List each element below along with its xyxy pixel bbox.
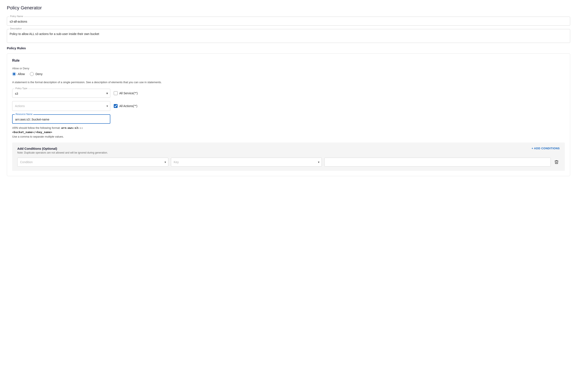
policy-name-field: Policy Name [7, 17, 570, 26]
conditions-box: Add Conditions (Optional) Note: Duplicat… [12, 142, 565, 171]
arn-hint-line2: Use a comma to separate multiple values. [12, 135, 64, 138]
condition-select-wrapper: Condition ▾ [17, 158, 168, 166]
trash-icon [554, 160, 559, 164]
conditions-title: Add Conditions (Optional) [17, 147, 108, 150]
key-select[interactable] [171, 158, 322, 166]
all-service-checkbox[interactable] [114, 91, 118, 95]
condition-select[interactable] [17, 158, 168, 166]
description-input[interactable] [7, 29, 570, 42]
conditions-row: Condition ▾ Key ▾ [17, 158, 560, 166]
policy-rules-title: Policy Rules [7, 46, 570, 50]
resource-name-field: Resource Name [12, 114, 110, 124]
allow-option[interactable]: Allow [12, 72, 25, 76]
policy-name-label: Policy Name [9, 15, 24, 17]
policy-name-input[interactable] [7, 17, 570, 25]
policy-rules-section: Policy Rules Rule Allow or Deny Allow De… [7, 46, 570, 176]
value-input[interactable] [325, 158, 550, 166]
key-select-wrapper: Key ▾ [171, 158, 322, 166]
deny-label: Deny [36, 72, 42, 76]
policy-type-label: Policy Type [14, 87, 28, 90]
description-label: Description [9, 27, 23, 30]
resource-name-section: Resource Name ARN should follow the foll… [12, 114, 110, 139]
value-input-wrapper [324, 158, 551, 166]
all-service-label: All Service('*') [119, 92, 138, 95]
deny-option[interactable]: Deny [30, 72, 42, 76]
conditions-header: Add Conditions (Optional) Note: Duplicat… [17, 147, 560, 154]
actions-select[interactable] [12, 101, 110, 111]
policy-type-select[interactable]: s3 s3:* All [12, 89, 110, 98]
all-service-checkbox-wrapper[interactable]: All Service('*') [114, 91, 138, 95]
rule-card: Rule Allow or Deny Allow Deny A statemen… [7, 53, 570, 176]
all-actions-checkbox[interactable] [114, 104, 118, 108]
allow-deny-radio-group: Allow Deny [12, 72, 565, 76]
all-actions-label: All Actions('*') [119, 104, 137, 108]
conditions-title-group: Add Conditions (Optional) Note: Duplicat… [17, 147, 108, 154]
policy-type-row: Policy Type s3 s3:* All ▾ All Service('*… [12, 89, 565, 98]
add-conditions-button[interactable]: + ADD CONDITIONS [532, 147, 560, 150]
rule-title: Rule [12, 59, 565, 63]
delete-condition-button[interactable] [553, 159, 560, 165]
all-actions-checkbox-wrapper[interactable]: All Actions('*') [114, 104, 137, 108]
description-field: Description [7, 29, 570, 43]
conditions-note: Note: Duplicate operators are not allowe… [17, 151, 108, 154]
arn-hint: ARN should follow the following format: … [12, 126, 110, 139]
statement-desc: A statement is the formal description of… [12, 80, 565, 84]
allow-label: Allow [18, 72, 25, 76]
arn-hint-prefix: ARN should follow the following format: [12, 126, 61, 130]
page-title: Policy Generator [7, 5, 570, 11]
resource-name-label: Resource Name [15, 113, 33, 115]
policy-type-select-wrapper: Policy Type s3 s3:* All ▾ [12, 89, 110, 98]
actions-row: ▾ Actions All Actions('*') [12, 101, 565, 111]
allow-deny-label: Allow or Deny [12, 67, 565, 70]
resource-name-input[interactable] [13, 115, 110, 123]
actions-select-wrapper: ▾ Actions [12, 101, 110, 111]
